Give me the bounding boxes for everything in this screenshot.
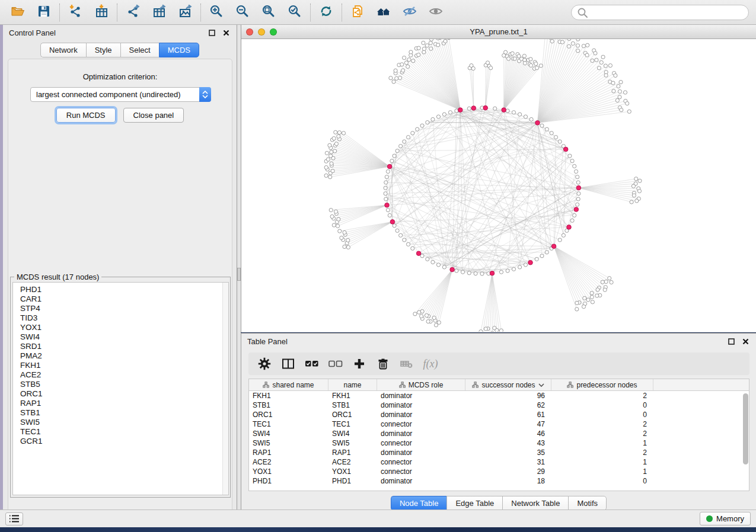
mcds-result-item[interactable]: SRD1 bbox=[20, 342, 228, 351]
cell-predecessor-nodes[interactable]: 1 bbox=[551, 467, 653, 476]
tab-network[interactable]: Network bbox=[40, 43, 86, 57]
cell-shared-name[interactable]: TEC1 bbox=[249, 419, 328, 429]
cell-predecessor-nodes[interactable]: 1 bbox=[551, 457, 653, 467]
import-table-button[interactable] bbox=[88, 2, 114, 23]
column-header-name[interactable]: name bbox=[328, 379, 377, 390]
cell-MCDS-role[interactable]: dominator bbox=[377, 400, 465, 410]
cell-predecessor-nodes[interactable]: 1 bbox=[551, 438, 653, 448]
table-row[interactable]: ORC1ORC1dominator610 bbox=[249, 410, 749, 419]
cell-successor-nodes[interactable]: 47 bbox=[465, 419, 551, 429]
cell-successor-nodes[interactable]: 61 bbox=[465, 410, 551, 419]
column-header-predecessor-nodes[interactable]: predecessor nodes bbox=[551, 379, 653, 390]
table-row[interactable]: TEC1TEC1connector472 bbox=[249, 419, 749, 429]
mcds-result-item[interactable]: ORC1 bbox=[20, 389, 228, 399]
window-close-light[interactable] bbox=[246, 28, 253, 36]
tab-network-table[interactable]: Network Table bbox=[502, 496, 568, 511]
float-table-panel-icon[interactable] bbox=[726, 336, 736, 346]
zoom-out-button[interactable] bbox=[229, 2, 256, 23]
create-column-button[interactable] bbox=[349, 355, 369, 373]
cell-shared-name[interactable]: RAP1 bbox=[249, 448, 328, 457]
cell-successor-nodes[interactable]: 35 bbox=[465, 448, 551, 457]
window-zoom-light[interactable] bbox=[270, 28, 277, 36]
cell-MCDS-role[interactable]: dominator bbox=[377, 391, 465, 400]
column-header-MCDS-role[interactable]: MCDS role bbox=[377, 379, 465, 390]
cell-name[interactable]: SWI5 bbox=[328, 438, 377, 448]
refresh-view-button[interactable] bbox=[313, 2, 339, 23]
mcds-result-item[interactable]: STB1 bbox=[20, 408, 228, 418]
criterion-select[interactable]: largest connected component (undirected) bbox=[30, 87, 211, 102]
table-row[interactable]: PHD1PHD1dominator180 bbox=[249, 476, 749, 486]
cell-name[interactable]: ACE2 bbox=[328, 457, 377, 467]
mcds-result-item[interactable]: ACE2 bbox=[20, 370, 228, 380]
mcds-result-item[interactable]: STP4 bbox=[20, 304, 228, 313]
tab-edge-table[interactable]: Edge Table bbox=[446, 496, 502, 511]
export-table-button[interactable] bbox=[146, 2, 172, 23]
table-row[interactable]: ACE2ACE2connector311 bbox=[249, 457, 749, 467]
deselect-all-button[interactable] bbox=[326, 355, 346, 373]
import-network-button[interactable] bbox=[62, 2, 88, 23]
first-neighbors-button[interactable] bbox=[371, 2, 397, 23]
mcds-result-item[interactable]: PMA2 bbox=[20, 351, 228, 361]
mcds-result-item[interactable]: FKH1 bbox=[20, 361, 228, 370]
tab-node-table[interactable]: Node Table bbox=[391, 496, 447, 511]
cell-shared-name[interactable]: FKH1 bbox=[249, 391, 328, 400]
show-column-panel-button[interactable] bbox=[278, 355, 298, 373]
cell-name[interactable]: PHD1 bbox=[328, 476, 377, 486]
cell-successor-nodes[interactable]: 46 bbox=[465, 429, 551, 438]
zoom-fit-button[interactable] bbox=[256, 2, 282, 23]
cell-successor-nodes[interactable]: 43 bbox=[465, 438, 551, 448]
mcds-result-item[interactable]: RAP1 bbox=[20, 399, 228, 408]
cell-name[interactable]: YOX1 bbox=[328, 467, 377, 476]
cell-shared-name[interactable]: STB1 bbox=[249, 400, 328, 410]
hide-selected-button[interactable] bbox=[397, 2, 423, 23]
table-scrollbar-thumb[interactable] bbox=[743, 393, 748, 464]
search-field[interactable] bbox=[571, 5, 749, 20]
cell-MCDS-role[interactable]: connector bbox=[377, 457, 465, 467]
table-row[interactable]: SWI4SWI4dominator462 bbox=[249, 429, 749, 438]
close-panel-icon[interactable] bbox=[221, 28, 231, 37]
cell-MCDS-role[interactable]: connector bbox=[377, 438, 465, 448]
cell-predecessor-nodes[interactable]: 0 bbox=[551, 410, 653, 419]
cell-successor-nodes[interactable]: 62 bbox=[465, 400, 551, 410]
cell-MCDS-role[interactable]: dominator bbox=[377, 476, 465, 486]
cell-MCDS-role[interactable]: connector bbox=[377, 419, 465, 429]
cell-name[interactable]: FKH1 bbox=[328, 391, 377, 400]
cell-name[interactable]: TEC1 bbox=[328, 419, 377, 429]
cell-name[interactable]: SWI4 bbox=[328, 429, 377, 438]
mcds-list-scrollbar[interactable] bbox=[222, 283, 228, 495]
open-file-button[interactable] bbox=[5, 2, 31, 23]
mcds-result-listbox[interactable]: PHD1CAR1STP4TID3YOX1SWI4SRD1PMA2FKH1ACE2… bbox=[12, 282, 229, 495]
task-history-button[interactable] bbox=[5, 512, 23, 525]
select-all-button[interactable] bbox=[302, 355, 322, 373]
export-network-button[interactable] bbox=[120, 2, 146, 23]
delete-columns-button[interactable] bbox=[373, 355, 393, 373]
cell-name[interactable]: STB1 bbox=[328, 400, 377, 410]
column-header-successor-nodes[interactable]: successor nodes bbox=[465, 379, 551, 390]
table-row[interactable]: RAP1RAP1dominator352 bbox=[249, 448, 749, 457]
save-session-button[interactable] bbox=[31, 2, 57, 23]
zoom-selected-button[interactable] bbox=[282, 2, 308, 23]
float-panel-icon[interactable] bbox=[207, 28, 216, 37]
mcds-result-item[interactable]: PHD1 bbox=[20, 285, 228, 294]
table-row[interactable]: STB1STB1dominator620 bbox=[249, 400, 749, 410]
tab-style[interactable]: Style bbox=[86, 43, 120, 57]
cell-MCDS-role[interactable]: dominator bbox=[377, 448, 465, 457]
cell-shared-name[interactable]: ORC1 bbox=[249, 410, 328, 419]
network-window-titlebar[interactable]: YPA_prune.txt_1 bbox=[241, 25, 756, 39]
run-mcds-button[interactable]: Run MCDS bbox=[56, 108, 116, 123]
table-row[interactable]: YOX1YOX1connector291 bbox=[249, 467, 749, 476]
mcds-result-item[interactable]: CAR1 bbox=[20, 294, 228, 304]
mcds-result-item[interactable]: STB5 bbox=[20, 380, 228, 389]
cell-shared-name[interactable]: ACE2 bbox=[249, 457, 328, 467]
table-options-button[interactable] bbox=[254, 355, 275, 373]
cell-MCDS-role[interactable]: dominator bbox=[377, 429, 465, 438]
mcds-result-item[interactable]: SWI4 bbox=[20, 332, 228, 342]
cell-successor-nodes[interactable]: 18 bbox=[465, 476, 551, 486]
memory-button[interactable]: Memory bbox=[700, 512, 751, 525]
cell-successor-nodes[interactable]: 31 bbox=[465, 457, 551, 467]
mcds-result-item[interactable]: TEC1 bbox=[20, 427, 228, 437]
cell-name[interactable]: RAP1 bbox=[328, 448, 377, 457]
table-row[interactable]: SWI5SWI5connector431 bbox=[249, 438, 749, 448]
network-graph-canvas[interactable] bbox=[241, 39, 756, 332]
close-table-panel-icon[interactable] bbox=[741, 336, 750, 346]
